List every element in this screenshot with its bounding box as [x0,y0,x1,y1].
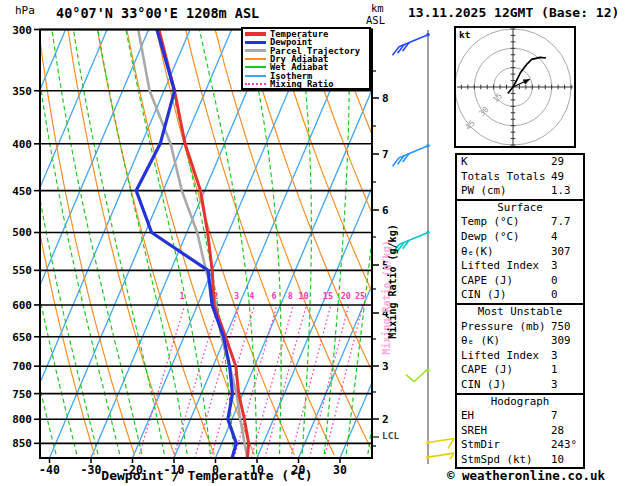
pressure-tick-label: 500 [12,226,32,239]
panel-row-label: Pressure (mb) [461,320,546,335]
pressure-tick-label: 700 [12,360,32,373]
panel-row-value: 10 [551,453,564,468]
barb-feather [406,375,414,382]
panel-row-label: StmSpd (kt) [461,453,533,468]
mixing-ratio-value-label: 20 [341,291,351,301]
hodograph-unit-label: kt [459,29,470,40]
copyright: © weatheronline.co.uk [447,468,605,483]
panel-row: Pressure (mb)750 [457,320,583,335]
mixing-ratio-line [234,306,276,458]
mixing-ratio-value-label: 6 [271,291,276,301]
legend-line-sample [245,83,266,85]
legend-line-sample [245,58,266,60]
legend-line-sample [245,66,266,68]
panel-row: PW (cm)1.3 [457,184,583,199]
wet-adiabat-line [51,23,142,454]
panel-row-label: θₑ (K) [461,334,500,349]
panel-row-value: 750 [551,320,571,335]
mixing-ratio-value-label: 8 [288,291,293,301]
panel-row-label: Dewp (°C) [461,230,520,245]
indices-panel: K29Totals Totals49PW (cm)1.3SurfaceTemp … [455,153,585,469]
altitude-axis-unit-asl: ASL [366,14,385,26]
panel-row: θₑ (K)309 [457,334,583,349]
panel-section: HodographEH7SREH28StmDir243°StmSpd (kt)1… [457,393,583,468]
panel-row: StmSpd (kt)10 [457,453,583,468]
legend-item: Mixing Ratio [245,80,369,88]
panel-row-label: K [461,155,468,170]
pressure-tick-label: 800 [12,413,32,426]
legend-line-sample [245,75,266,77]
x-axis-label: Dewpoint / Temperature (°C) [40,468,374,483]
pressure-tick-label: 300 [12,24,32,37]
legend-box: TemperatureDewpointParcel TrajectoryDry … [241,27,371,90]
barb-feather [393,47,400,56]
panel-row: CAPE (J)1 [457,363,583,378]
legend-line-sample [245,32,266,36]
lcl-label: LCL [382,430,399,441]
panel-row-value: 309 [551,334,571,349]
pressure-tick-label: 400 [12,138,32,151]
skewt-sounding-chart: 1234681015202530035040045050055060065070… [0,0,629,486]
mixing-ratio-line [173,306,218,458]
mixing-ratio-value-label: 25 [355,291,365,301]
panel-row-label: EH [461,409,474,424]
panel-row: K29 [457,155,583,170]
wind-barb [426,438,454,448]
panel-section: SurfaceTemp (°C)7.7Dewp (°C)4θₑ(K)307Lif… [457,199,583,303]
panel-row: Totals Totals49 [457,170,583,185]
panel-row-value: 3 [551,378,558,393]
panel-row-value: 49 [551,170,564,185]
panel-row-value: 1 [551,363,558,378]
altitude-tick-label: 8 [382,92,389,105]
mixing-ratio-line [251,306,293,458]
mixing-ratio-line [309,306,348,458]
panel-row-label: CIN (J) [461,378,507,393]
legend-item-label: Mixing Ratio [270,80,334,88]
panel-row-label: StmDir [461,438,500,453]
panel-row-value: 3 [551,259,558,274]
panel-row: CIN (J)0 [457,288,583,303]
legend-line-sample [245,41,266,45]
mixing-ratio-value-label: 10 [298,291,308,301]
barb-shaft [414,369,428,382]
panel-row: Dewp (°C)4 [457,230,583,245]
barb-shaft [428,438,454,442]
dry-adiabat-line [274,30,454,455]
wind-barb [406,369,430,382]
pressure-tick-label: 350 [12,85,32,98]
mixing-ratio-value-label: 15 [323,291,333,301]
mixing-ratio-value-label: 1 [180,291,185,301]
wind-barb [393,33,430,55]
pressure-tick-label: 600 [12,299,32,312]
mixing-ratio-value-label: 4 [249,291,254,301]
pressure-axis-unit: hPa [15,4,35,17]
panel-row: θₑ(K)307 [457,245,583,260]
panel-section: K29Totals Totals49PW (cm)1.3 [457,155,583,199]
panel-row-label: Temp (°C) [461,215,520,230]
wind-barb [393,144,430,166]
panel-row-label: θₑ(K) [461,245,494,260]
pressure-tick-label: 650 [12,331,32,344]
altitude-tick-label: 2 [382,413,389,426]
barb-shaft [428,453,454,457]
pressure-tick-label: 550 [12,264,32,277]
panel-row: CIN (J)3 [457,378,583,393]
legend-line-sample [245,49,266,53]
wet-adiabat-line [72,23,164,454]
panel-row-value: 29 [551,155,564,170]
panel-row: CAPE (J)0 [457,274,583,289]
panel-row-value: 7.7 [551,215,571,230]
panel-row-value: 0 [551,288,558,303]
panel-row-label: Totals Totals [461,170,546,185]
panel-row: Lifted Index3 [457,259,583,274]
panel-row-value: 1.3 [551,184,571,199]
panel-row: Temp (°C)7.7 [457,215,583,230]
mixing-ratio-value-label: 3 [234,291,239,301]
dry-adiabat-line [156,30,294,455]
panel-section-header: Most Unstable [457,305,583,320]
panel-row: StmDir243° [457,438,583,453]
wind-barb [426,453,454,459]
pressure-tick-label: 750 [12,388,32,401]
panel-row: SREH28 [457,424,583,439]
panel-row-label: CAPE (J) [461,274,513,289]
